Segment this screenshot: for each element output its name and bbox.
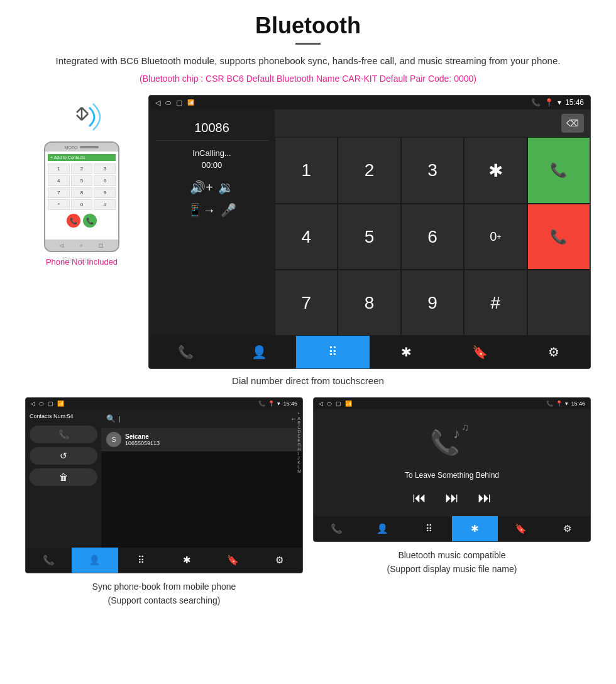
music-song-title: To Leave Something Behind (405, 471, 499, 480)
nav-contacts[interactable]: 👤 (223, 336, 296, 368)
contacts-location: 📍 (268, 400, 275, 407)
transfer-icon[interactable]: 📱→ (187, 202, 216, 218)
mini-nav-settings[interactable]: ⚙ (256, 548, 302, 573)
mini-nav-bt[interactable]: ✱ (164, 548, 210, 573)
phone-key-9[interactable]: 9 (94, 187, 116, 198)
music-car-screen: ◁ ⬭ ▢ 📶 📞 📍 ▾ 15:46 (313, 397, 591, 542)
nav-dialpad[interactable]: ⠿ (296, 336, 370, 368)
phone-speaker (80, 146, 99, 148)
phone-key-0[interactable]: 0 (71, 199, 93, 210)
contacts-search-bar: 🔍 | ← (101, 409, 302, 428)
car-screen-main: ◁ ⬭ ▢ 📶 📞 📍 ▾ 15:46 10086 InCalling... (148, 95, 591, 369)
dialer-left-panel: 10086 InCalling... 00:00 🔊+ 🔉 📱→ 🎤 (149, 109, 275, 336)
music-wifi: ▾ (565, 400, 568, 407)
music-location: 📍 (556, 400, 563, 407)
music-controls: ⏮ ⏭ ⏭ (412, 490, 492, 506)
music-bottom-nav: 📞 👤 ⠿ ✱ 🔖 ⚙ (314, 516, 590, 541)
phone-key-2[interactable]: 2 (71, 163, 93, 174)
contacts-screen-block: ◁ ⬭ ▢ 📶 📞 📍 ▾ 15:45 (25, 397, 303, 608)
play-pause-button[interactable]: ⏭ (445, 490, 459, 506)
svg-line-1 (82, 114, 88, 120)
mic-icon[interactable]: 🎤 (221, 202, 236, 218)
contacts-delete-btn[interactable]: 🗑 (30, 468, 97, 486)
car-statusbar: ◁ ⬭ ▢ 📶 📞 📍 ▾ 15:46 (149, 96, 590, 109)
music-back-icon[interactable]: ◁ (319, 400, 323, 407)
music-nav-bt[interactable]: ✱ (452, 516, 498, 541)
square-icon: ▢ (176, 99, 182, 107)
contacts-signal: 📶 (57, 400, 64, 407)
contacts-statusbar: ◁ ⬭ ▢ 📶 📞 📍 ▾ 15:45 (26, 398, 302, 409)
phone-key-3[interactable]: 3 (94, 163, 116, 174)
contacts-count: Contacts Num:54 (30, 413, 97, 419)
music-statusbar: ◁ ⬭ ▢ 📶 📞 📍 ▾ 15:46 (314, 398, 590, 409)
phone-top-bar: MOTO (45, 143, 118, 152)
contacts-back-icon[interactable]: ◁ (31, 400, 35, 407)
back-icon[interactable]: ◁ (155, 99, 160, 107)
phone-key-star[interactable]: * (48, 199, 70, 210)
contacts-refresh-btn[interactable]: ↺ (30, 447, 97, 465)
prev-track-button[interactable]: ⏮ (412, 490, 426, 506)
contact-info: Seicane 10655059113 (125, 433, 160, 446)
music-nav-settings[interactable]: ⚙ (544, 516, 590, 541)
page-title: Bluetooth (25, 13, 591, 39)
phone-key-5[interactable]: 5 (71, 175, 93, 186)
dial-key-3[interactable]: 3 (401, 137, 464, 204)
nav-bluetooth[interactable]: ✱ (370, 336, 443, 368)
phone-key-8[interactable]: 8 (71, 187, 93, 198)
dial-key-0plus[interactable]: 0+ (464, 204, 527, 270)
contacts-call-btn[interactable]: 📞 (30, 426, 97, 443)
contacts-body: Contacts Num:54 📞 ↺ 🗑 🔍 | ← (26, 409, 302, 548)
phone-key-1[interactable]: 1 (48, 163, 70, 174)
phone-key-hash[interactable]: # (94, 199, 116, 210)
phone-call-btn[interactable]: 📞 (83, 214, 97, 228)
dial-key-8[interactable]: 8 (338, 270, 400, 336)
mini-nav-dialpad[interactable]: ⠿ (118, 548, 164, 573)
statusbar-left: ◁ ⬭ ▢ 📶 (155, 99, 194, 107)
wifi-icon: ▾ (558, 98, 561, 107)
page-description: Integrated with BC6 Bluetooth module, su… (25, 53, 591, 69)
dial-key-9[interactable]: 9 (401, 270, 464, 336)
music-nav-transfer[interactable]: 🔖 (498, 516, 544, 541)
dial-key-hash[interactable]: # (464, 270, 527, 336)
phone-key-4[interactable]: 4 (48, 175, 70, 186)
mini-nav-contacts[interactable]: 👤 (72, 548, 118, 573)
vol-down-icon[interactable]: 🔉 (218, 180, 234, 195)
music-nav-contacts[interactable]: 👤 (360, 516, 405, 541)
bottom-caption-contacts: Sync phone-book from mobile phone (Suppo… (92, 580, 236, 608)
dial-key-1[interactable]: 1 (275, 137, 338, 204)
nav-settings[interactable]: ⚙ (517, 336, 590, 368)
dialer-controls-row2: 📱→ 🎤 (155, 202, 268, 218)
mini-nav-transfer[interactable]: 🔖 (210, 548, 256, 573)
oval-icon: ⬭ (165, 99, 171, 107)
phone-end-btn[interactable]: 📞 (67, 214, 80, 228)
dialer-input-row: ⌫ (275, 109, 590, 137)
music-nav-phone[interactable]: 📞 (314, 516, 360, 541)
svg-text:♫: ♫ (461, 422, 469, 433)
call-accept-button[interactable]: 📞 (527, 137, 590, 204)
backspace-button[interactable]: ⌫ (561, 114, 584, 133)
svg-text:♪: ♪ (453, 426, 460, 441)
phone-key-7[interactable]: 7 (48, 187, 70, 198)
dial-key-4[interactable]: 4 (275, 204, 338, 270)
vol-up-icon[interactable]: 🔊+ (190, 180, 213, 195)
phone-key-6[interactable]: 6 (94, 175, 116, 186)
contact-list-item[interactable]: S Seicane 10655059113 (101, 428, 302, 451)
title-section: Bluetooth (25, 13, 591, 45)
music-nav-dialpad[interactable]: ⠿ (406, 516, 452, 541)
nav-phone[interactable]: 📞 (149, 336, 223, 368)
contacts-alpha-list: *ABCD EFGHI JKLM (296, 409, 302, 476)
music-phone-icon: 📞 (546, 400, 553, 407)
dial-key-7[interactable]: 7 (275, 270, 338, 336)
bottom-caption-music: Bluetooth music compatible (Support disp… (387, 548, 517, 576)
dial-key-2[interactable]: 2 (338, 137, 400, 204)
mini-nav-phone[interactable]: 📞 (26, 548, 72, 573)
nav-transfer[interactable]: 🔖 (443, 336, 517, 368)
main-caption: Dial number direct from touchscreen (25, 375, 591, 386)
dial-key-5[interactable]: 5 (338, 204, 400, 270)
contacts-phone-icon: 📞 (258, 400, 265, 407)
dial-key-star[interactable]: ✱ (464, 137, 527, 204)
dial-key-6[interactable]: 6 (401, 204, 464, 270)
call-end-button[interactable]: 📞 (527, 204, 590, 270)
contacts-wifi: ▾ (277, 400, 280, 407)
next-track-button[interactable]: ⏭ (478, 490, 492, 506)
